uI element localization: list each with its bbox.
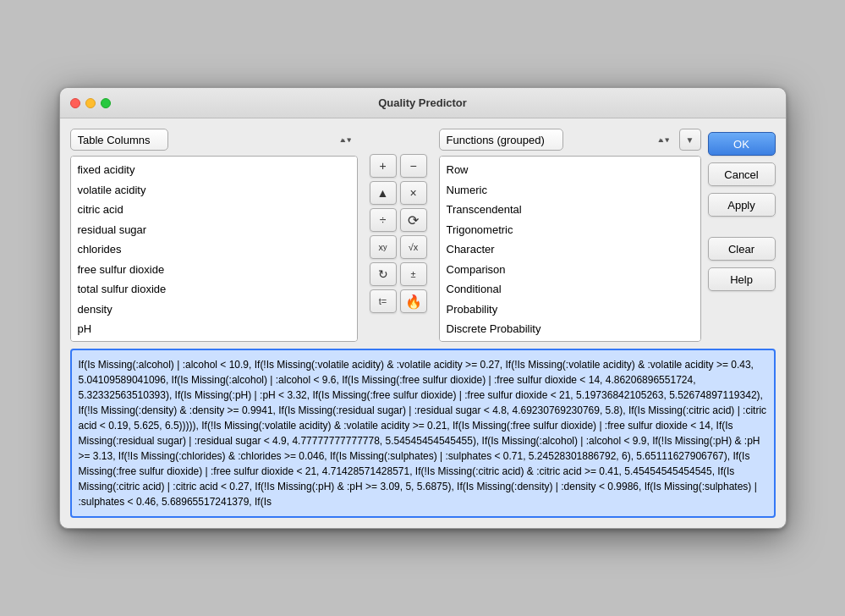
minimize-button[interactable] (85, 98, 96, 108)
maximize-button[interactable] (101, 98, 111, 108)
ok-button[interactable]: OK (708, 132, 776, 156)
traffic-lights (70, 98, 111, 108)
plusminus-button[interactable]: ± (400, 262, 427, 286)
columns-dropdown-wrapper: Table Columns ▲▼ (70, 129, 358, 151)
list-item[interactable]: Numeric (440, 180, 700, 201)
list-item[interactable]: Character (440, 239, 700, 260)
special-button[interactable]: 🔥 (400, 289, 427, 313)
list-item[interactable]: Probability (440, 300, 700, 320)
list-item[interactable]: chlorides (71, 239, 357, 260)
apply-button[interactable]: Apply (708, 193, 776, 217)
functions-dropdown-wrapper: Functions (grouped) ▲▼ (439, 129, 676, 151)
content-area: Table Columns ▲▼ fixed acidity volatile … (60, 118, 786, 528)
formula-area[interactable]: If(Is Missing(:alcohol) | :alcohol < 10.… (70, 349, 776, 518)
cycle-button[interactable]: ⟳ (400, 208, 427, 232)
operator-grid: + − ▲ × ÷ ⟳ xy √x ↻ ± t= 🔥 (370, 154, 427, 313)
list-item[interactable]: total sulfur dioxide (71, 279, 357, 300)
plus-button[interactable]: + (370, 154, 397, 178)
main-window: Quality Predictor Table Columns ▲▼ fixed… (59, 87, 787, 529)
list-item[interactable]: citric acid (71, 200, 357, 220)
right-section: Functions (grouped) ▲▼ ▼ Row Numeric Tra… (439, 129, 701, 342)
functions-list[interactable]: Row Numeric Transcendental Trigonometric… (439, 156, 701, 342)
list-item[interactable]: Conditional (440, 279, 700, 300)
table-equals-button[interactable]: t= (370, 289, 397, 313)
multiply-button[interactable]: × (400, 181, 427, 205)
list-item[interactable]: volatile acidity (71, 180, 357, 201)
columns-dropdown[interactable]: Table Columns (70, 129, 168, 151)
clear-button[interactable]: Clear (708, 237, 776, 261)
top-row: Table Columns ▲▼ fixed acidity volatile … (70, 129, 776, 342)
list-item[interactable]: pH (71, 319, 357, 339)
buttons-section: OK Cancel Apply Clear Help (708, 129, 776, 291)
functions-collapse-button[interactable]: ▼ (679, 129, 701, 151)
sqrt-button[interactable]: √x (400, 235, 427, 259)
functions-dropdown[interactable]: Functions (grouped) (439, 129, 563, 151)
list-item[interactable]: free sulfur dioxide (71, 260, 357, 280)
list-item[interactable]: residual sugar (71, 220, 357, 240)
functions-header: Functions (grouped) ▲▼ ▼ (439, 129, 701, 151)
list-item[interactable]: Discrete Probability (440, 319, 700, 339)
list-item[interactable]: Transcendental (440, 200, 700, 220)
left-section: Table Columns ▲▼ fixed acidity volatile … (70, 129, 358, 342)
list-item[interactable]: fixed acidity (71, 160, 357, 180)
titlebar: Quality Predictor (60, 88, 786, 118)
middle-section: + − ▲ × ÷ ⟳ xy √x ↻ ± t= 🔥 (365, 129, 432, 313)
list-item[interactable]: Comparison (440, 260, 700, 280)
minus-button[interactable]: − (400, 154, 427, 178)
close-button[interactable] (70, 98, 80, 108)
list-item[interactable]: Row (440, 160, 700, 180)
columns-list[interactable]: fixed acidity volatile acidity citric ac… (70, 156, 358, 342)
divide-button[interactable]: ÷ (370, 208, 397, 232)
power-button[interactable]: xy (370, 235, 397, 259)
list-item[interactable]: density (71, 300, 357, 320)
list-item[interactable]: Trigonometric (440, 220, 700, 240)
cancel-button[interactable]: Cancel (708, 162, 776, 186)
help-button[interactable]: Help (708, 267, 776, 291)
refresh-button[interactable]: ↻ (370, 262, 397, 286)
window-title: Quality Predictor (378, 96, 467, 109)
up-arrow-button[interactable]: ▲ (370, 181, 397, 205)
